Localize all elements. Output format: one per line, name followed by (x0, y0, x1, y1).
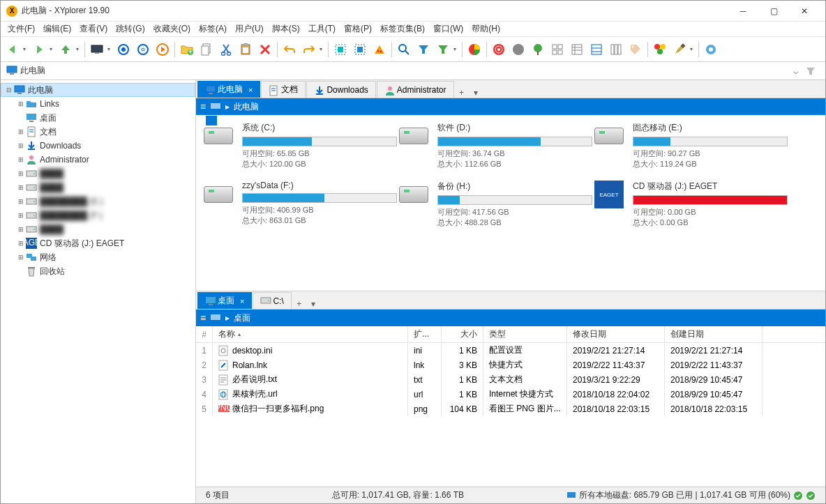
search-icon[interactable] (395, 40, 413, 59)
tree-node[interactable]: ⊞Downloads (1, 139, 195, 153)
expand-icon[interactable]: ⊞ (16, 128, 26, 135)
tree-node[interactable]: ⊞Administrator (1, 153, 195, 167)
expand-icon[interactable]: ⊞ (16, 100, 26, 107)
spiral-red-icon[interactable] (490, 40, 508, 59)
breadcrumb-label[interactable]: 桌面 (234, 312, 250, 324)
search-circle-icon[interactable] (134, 40, 152, 59)
filter-green-icon[interactable] (434, 40, 452, 59)
new-folder-icon[interactable]: + (178, 40, 196, 59)
close-button[interactable]: ✕ (789, 1, 820, 21)
col-name[interactable]: 名称▴ (213, 326, 408, 342)
upper-breadcrumb[interactable]: ≡ ▸ 此电脑 (196, 98, 825, 115)
menu-item[interactable]: 脚本(S) (268, 22, 304, 36)
expand-icon[interactable]: ⊞ (16, 198, 26, 205)
drive-item[interactable]: 软件 (D:)可用空间: 36.74 GB总大小: 112.66 GB (397, 122, 592, 169)
circle-gray-icon[interactable] (509, 40, 527, 59)
tree-node[interactable]: ⊞████████ (F:) (1, 208, 195, 222)
palette-icon[interactable] (651, 40, 669, 59)
tree-node[interactable]: 桌面 (1, 111, 195, 125)
expand-icon[interactable]: ⊞ (16, 226, 26, 233)
tree-node[interactable]: ⊟此电脑 (1, 83, 195, 97)
menu-item[interactable]: 标签(A) (195, 22, 231, 36)
cut-icon[interactable] (217, 40, 235, 59)
forward-button[interactable] (30, 40, 48, 59)
tree-node[interactable]: ⊞████ (1, 222, 195, 236)
undo-icon[interactable] (280, 40, 299, 59)
tag-icon[interactable] (626, 40, 645, 59)
menu-item[interactable]: 编辑(E) (39, 22, 75, 36)
redo-icon[interactable] (300, 40, 318, 59)
expand-icon[interactable]: ⊟ (4, 86, 14, 93)
drive-item[interactable]: EAGETCD 驱动器 (J:) EAGET可用空间: 0.00 GB总大小: … (592, 181, 788, 228)
col-modified[interactable]: 修改日期 (567, 326, 665, 342)
address-dropdown[interactable]: ⌵ (793, 66, 806, 76)
filter-blue-icon[interactable] (414, 40, 433, 59)
add-tab-button[interactable]: + (292, 299, 306, 309)
menu-item[interactable]: 窗格(P) (340, 22, 376, 36)
lower-breadcrumb[interactable]: ≡ ▸ 桌面 (196, 310, 825, 326)
drive-item[interactable]: 备份 (H:)可用空间: 417.56 GB总大小: 488.28 GB (397, 181, 592, 228)
menu-item[interactable]: 窗口(W) (429, 22, 467, 36)
details-icon[interactable] (568, 40, 586, 59)
minimize-button[interactable]: ─ (728, 1, 758, 21)
select-teal-icon[interactable] (331, 40, 350, 59)
col-size[interactable]: 大小 (442, 326, 483, 342)
paste-icon[interactable] (236, 40, 255, 59)
pane-tab[interactable]: 此电脑× (197, 81, 260, 98)
tree-node[interactable]: ⊞文档 (1, 125, 195, 139)
col-ext[interactable]: 扩... (408, 326, 442, 342)
menu-item[interactable]: 标签页集(B) (376, 22, 429, 36)
delete-icon[interactable] (256, 40, 274, 59)
pane-tab[interactable]: Downloads (306, 81, 375, 98)
expand-icon[interactable]: ⊞ (16, 142, 26, 149)
tree-node[interactable]: ⊞████████ (E:) (1, 194, 195, 208)
pie-icon[interactable] (465, 40, 483, 59)
file-row[interactable]: 2Rolan.lnklnk3 KB快捷方式2019/2/22 11:43:372… (196, 358, 825, 372)
column-headers[interactable]: # 名称▴ 扩... 大小 类型 修改日期 创建日期 (196, 326, 825, 343)
monitor-icon[interactable] (88, 40, 106, 59)
select-blue-icon[interactable] (351, 40, 369, 59)
menu-item[interactable]: 用户(U) (231, 22, 268, 36)
pane-tab[interactable]: 桌面× (197, 292, 252, 309)
expand-icon[interactable]: ⊞ (16, 156, 26, 163)
close-icon[interactable]: × (240, 297, 244, 305)
col-created[interactable]: 创建日期 (665, 326, 763, 342)
copy-icon[interactable] (197, 40, 216, 59)
file-row[interactable]: 4果核剥壳.urlurl1 KBInternet 快捷方式2018/10/18 … (196, 387, 825, 402)
pane-tab[interactable]: Administrator (377, 81, 454, 98)
file-row[interactable]: 1desktop.iniini1 KB配置设置2019/2/21 21:27:1… (196, 343, 825, 358)
burger-icon[interactable]: ≡ (200, 101, 206, 112)
file-row[interactable]: 5PNG微信扫一扫更多福利.pngpng104 KB看图王 PNG 图片...2… (196, 402, 825, 416)
expand-icon[interactable]: ⊞ (16, 170, 26, 177)
menu-item[interactable]: 查看(V) (75, 22, 112, 36)
grid-icon[interactable] (548, 40, 566, 59)
file-row[interactable]: 3必看说明.txttxt1 KB文本文档2019/3/21 9:22:29201… (196, 372, 825, 387)
menu-item[interactable]: 收藏夹(O) (149, 22, 195, 36)
address-bar[interactable]: 此电脑 ⌵ (1, 62, 825, 80)
menu-item[interactable]: 跳转(G) (112, 22, 149, 36)
col-num[interactable]: # (196, 326, 213, 342)
target-blue-icon[interactable] (114, 40, 133, 59)
add-tab-button[interactable]: + (455, 88, 469, 98)
tab-dropdown[interactable]: ▾ (469, 88, 483, 98)
pane-tab[interactable]: C:\ (253, 292, 291, 309)
up-button[interactable] (57, 40, 75, 59)
brush-icon[interactable] (670, 40, 689, 59)
file-list[interactable]: # 名称▴ 扩... 大小 类型 修改日期 创建日期 1desktop.inii… (196, 326, 825, 487)
tree-icon[interactable] (529, 40, 547, 59)
maximize-button[interactable]: ▢ (758, 1, 789, 21)
col-type[interactable]: 类型 (483, 326, 567, 342)
play-circle-icon[interactable] (153, 40, 172, 59)
drive-item[interactable]: zzy'sData (F:)可用空间: 406.99 GB总大小: 863.01… (202, 181, 397, 228)
breadcrumb-label[interactable]: 此电脑 (234, 101, 259, 113)
back-button[interactable] (3, 40, 22, 59)
menu-item[interactable]: 工具(T) (304, 22, 340, 36)
pizza-icon[interactable] (370, 40, 389, 59)
expand-icon[interactable]: ⊞ (16, 184, 26, 191)
tab-dropdown[interactable]: ▾ (306, 299, 320, 309)
close-icon[interactable]: × (248, 86, 253, 94)
columns-icon[interactable] (607, 40, 625, 59)
expand-icon[interactable]: ⊞ (16, 240, 26, 247)
tree-node[interactable]: ⊞EAGETCD 驱动器 (J:) EAGET (1, 236, 195, 250)
gear-icon[interactable] (702, 40, 720, 59)
